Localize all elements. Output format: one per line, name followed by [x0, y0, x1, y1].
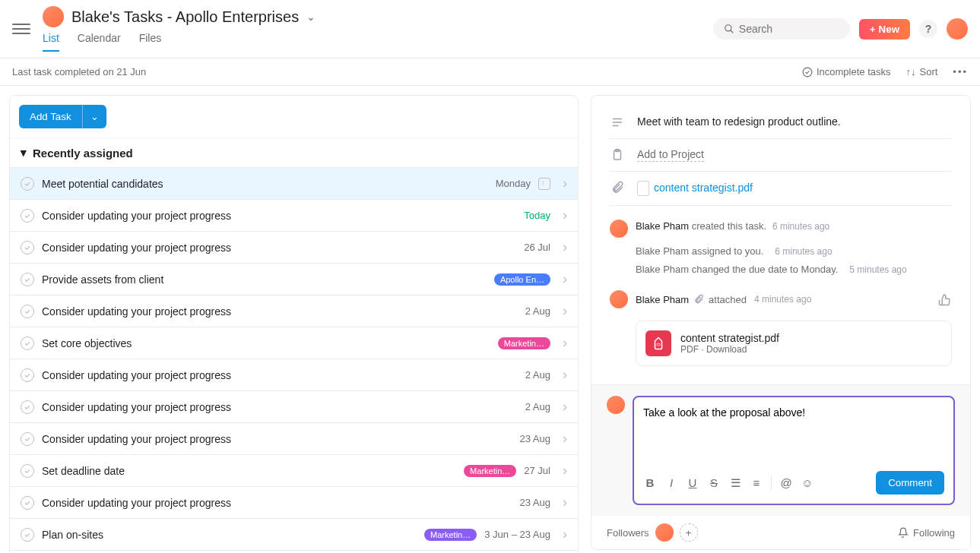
- comment-box[interactable]: B I U S ☰ ≡ @ ☺ Comment: [633, 396, 955, 505]
- project-tag[interactable]: Apollo En…: [494, 273, 550, 286]
- complete-toggle[interactable]: [21, 305, 34, 318]
- complete-toggle[interactable]: [21, 528, 34, 542]
- complete-toggle[interactable]: [21, 241, 34, 254]
- number-list-icon[interactable]: ≡: [750, 476, 763, 489]
- like-icon[interactable]: [938, 292, 952, 306]
- add-follower-button[interactable]: +: [680, 523, 698, 542]
- project-tag[interactable]: Marketin…: [424, 529, 477, 541]
- new-button[interactable]: +New: [859, 19, 910, 40]
- complete-toggle[interactable]: [21, 273, 34, 286]
- italic-icon[interactable]: I: [664, 476, 678, 489]
- more-icon[interactable]: •••: [953, 66, 968, 77]
- svg-point-0: [725, 25, 731, 31]
- attachment-item[interactable]: content strategist.pdf: [637, 181, 753, 196]
- bullet-list-icon[interactable]: ☰: [728, 476, 742, 490]
- sort-button[interactable]: ↑↓Sort: [906, 66, 938, 77]
- complete-toggle[interactable]: [21, 496, 34, 510]
- activity-avatar: [610, 220, 628, 238]
- complete-toggle[interactable]: [21, 177, 34, 191]
- add-task-dropdown[interactable]: ⌄: [82, 105, 106, 128]
- task-row[interactable]: Meet potential candidatesMonday›: [10, 167, 578, 199]
- svg-point-2: [803, 68, 812, 77]
- chevron-down-icon[interactable]: ⌄: [306, 11, 316, 23]
- task-title: Consider updating your project progress: [42, 433, 512, 445]
- complete-toggle[interactable]: [21, 400, 34, 414]
- complete-toggle[interactable]: [21, 337, 34, 350]
- user-avatar[interactable]: [947, 18, 968, 40]
- mention-icon[interactable]: @: [779, 476, 793, 489]
- task-row[interactable]: Consider updating your project progress2…: [10, 390, 578, 422]
- task-row[interactable]: Plan on-sitesMarketin…3 Jun – 23 Aug›: [10, 518, 578, 550]
- add-to-project-link[interactable]: Add to Project: [637, 148, 704, 162]
- tab-files[interactable]: Files: [139, 32, 162, 52]
- activity-feed: Blake Pham created this task. 6 minutes …: [610, 206, 952, 366]
- project-tag[interactable]: Marketin…: [498, 337, 550, 349]
- pdf-icon: [645, 330, 671, 356]
- tab-list[interactable]: List: [43, 32, 59, 52]
- task-detail-panel: Meet with team to redesign product outli…: [591, 95, 971, 550]
- search-icon: [724, 24, 734, 34]
- comment-input[interactable]: [643, 406, 944, 465]
- task-date: 3 Jun – 23 Aug: [484, 529, 550, 540]
- add-task-button[interactable]: Add Task: [19, 105, 82, 128]
- task-row[interactable]: Consider updating your project progress2…: [10, 422, 578, 454]
- chevron-right-icon: ›: [563, 526, 567, 542]
- complete-toggle[interactable]: [21, 464, 34, 478]
- chevron-right-icon: ›: [563, 463, 567, 479]
- complete-toggle[interactable]: [21, 209, 34, 223]
- task-row[interactable]: Consider updating your project progress2…: [10, 359, 578, 390]
- strike-icon[interactable]: S: [707, 476, 721, 489]
- activity-duedate: Blake Pham changed the due date to Monda…: [610, 261, 952, 279]
- section-header[interactable]: ▾ Recently assigned: [10, 138, 578, 167]
- task-row[interactable]: Provide assets from clientApollo En…›: [10, 263, 578, 295]
- menu-icon[interactable]: [12, 20, 30, 38]
- task-row[interactable]: Set deadline dateMarketin…27 Jul›: [10, 454, 578, 486]
- task-date: 23 Aug: [520, 433, 551, 444]
- task-row[interactable]: Write proposalMarketin…26 Jul›: [10, 550, 578, 553]
- activity-attached: Blake Pham attached 4 minutes ago: [610, 286, 952, 313]
- description-row: Meet with team to redesign product outli…: [610, 106, 952, 139]
- underline-icon[interactable]: U: [686, 476, 699, 489]
- comment-avatar: [607, 396, 625, 414]
- detail-body: Meet with team to redesign product outli…: [591, 96, 970, 384]
- comment-button[interactable]: Comment: [876, 471, 944, 495]
- chevron-right-icon: ›: [563, 431, 567, 447]
- task-list-panel: Add Task⌄ ▾ Recently assigned Meet poten…: [9, 95, 579, 553]
- task-title: Consider updating your project progress: [42, 242, 516, 254]
- comment-area: B I U S ☰ ≡ @ ☺ Comment: [591, 384, 970, 516]
- clipboard-icon: [610, 148, 625, 162]
- complete-toggle[interactable]: [21, 368, 34, 382]
- emoji-icon[interactable]: ☺: [801, 476, 814, 489]
- project-tag[interactable]: Marketin…: [464, 465, 516, 477]
- task-title: Plan on-sites: [42, 529, 417, 541]
- page-title: Blake's Tasks - Apollo Enterprises: [71, 8, 299, 26]
- search-input[interactable]: [739, 23, 830, 35]
- move-up-icon[interactable]: [538, 178, 550, 190]
- paperclip-icon: [693, 294, 704, 305]
- bold-icon[interactable]: B: [643, 476, 657, 489]
- title-row: Blake's Tasks - Apollo Enterprises ⌄: [43, 6, 713, 27]
- followers-bar: Followers + Following: [591, 516, 970, 549]
- complete-toggle[interactable]: [21, 432, 34, 446]
- search-box[interactable]: [713, 18, 850, 40]
- task-row[interactable]: Consider updating your project progress2…: [10, 295, 578, 327]
- chevron-right-icon: ›: [563, 271, 567, 287]
- filter-incomplete[interactable]: Incomplete tasks: [802, 66, 891, 77]
- attach-meta: PDF · Download: [680, 344, 779, 355]
- task-title: Meet potential candidates: [42, 178, 488, 190]
- task-row[interactable]: Consider updating your project progress2…: [10, 231, 578, 263]
- task-date: 2 Aug: [525, 369, 550, 381]
- task-date: 26 Jul: [524, 242, 550, 253]
- workspace-avatar[interactable]: [43, 6, 64, 27]
- following-toggle[interactable]: Following: [898, 527, 955, 539]
- task-row[interactable]: Consider updating your project progressT…: [10, 199, 578, 231]
- add-task-row: Add Task⌄: [10, 96, 578, 138]
- chevron-right-icon: ›: [563, 335, 567, 351]
- task-row[interactable]: Set core objectivesMarketin…›: [10, 327, 578, 359]
- help-button[interactable]: ?: [919, 20, 937, 38]
- follower-avatar[interactable]: [655, 523, 674, 542]
- tab-calendar[interactable]: Calendar: [78, 32, 121, 52]
- task-row[interactable]: Consider updating your project progress2…: [10, 486, 578, 518]
- task-date: 2 Aug: [525, 401, 550, 412]
- attachment-card[interactable]: content strategist.pdf PDF · Download: [636, 321, 952, 366]
